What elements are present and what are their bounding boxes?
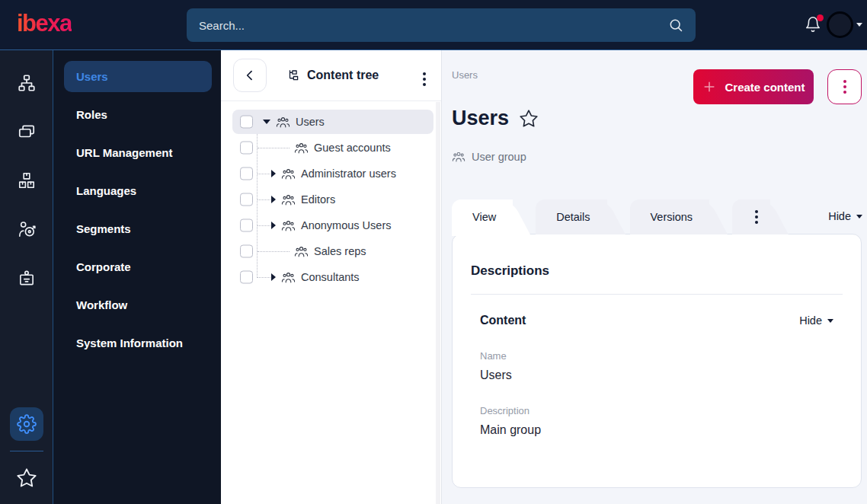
user-avatar[interactable] [827, 11, 853, 38]
tree-branch-line [258, 251, 290, 252]
pages-icon[interactable] [10, 115, 43, 148]
content-type-subtitle: User group [452, 150, 526, 164]
tab-versions[interactable]: Versions [630, 199, 733, 234]
sidebar-item-users[interactable]: Users [64, 61, 212, 92]
field-value-name: Users [480, 368, 833, 382]
search-icon[interactable] [668, 18, 683, 33]
caret-down-icon [827, 319, 833, 323]
ibexa-logo[interactable]: ibexa [17, 10, 72, 37]
tree-item-label[interactable]: Sales reps [314, 245, 366, 257]
user-group-icon [294, 141, 309, 155]
tree-checkbox[interactable] [240, 142, 253, 155]
breadcrumb[interactable]: Users [452, 69, 478, 81]
tree-checkbox[interactable] [240, 116, 253, 129]
sidebar-item-url-management[interactable]: URL Management [64, 137, 212, 168]
admin-settings-gear-icon[interactable] [10, 407, 43, 441]
expand-arrow-icon[interactable] [271, 196, 276, 203]
global-search[interactable] [187, 8, 696, 42]
page-title: Users [452, 107, 509, 130]
sidebar-item-workflow[interactable]: Workflow [64, 289, 212, 321]
content-section: Content Hide Name Users Description Main… [471, 314, 843, 437]
bookmark-star-icon[interactable] [519, 109, 539, 129]
expand-arrow-icon[interactable] [271, 170, 276, 177]
tree-row-sales-reps[interactable]: Sales reps [221, 238, 441, 264]
collapse-tree-button[interactable] [233, 59, 267, 92]
sidebar-item-segments[interactable]: Segments [64, 213, 212, 244]
user-group-icon [276, 115, 290, 129]
expand-arrow-icon[interactable] [271, 222, 276, 229]
sidebar-item-corporate[interactable]: Corporate [64, 251, 212, 282]
hide-panel-toggle[interactable]: Hide [828, 210, 862, 222]
sidebar-item-system-information[interactable]: System Information [64, 327, 212, 359]
tree-row-administrator-users[interactable]: Administrator users [221, 161, 441, 187]
tree-item-label[interactable]: Consultants [301, 271, 360, 283]
tree-row-anonymous-users[interactable]: Anonymous Users [221, 212, 441, 238]
tree-row-consultants[interactable]: Consultants [221, 264, 441, 290]
create-content-button[interactable]: Create content [693, 69, 814, 104]
admin-menu-sidebar: Users Roles URL Management Languages Seg… [53, 50, 221, 504]
tree-item-label[interactable]: Users [296, 116, 325, 128]
field-value-description: Main group [480, 423, 833, 437]
tree-item-label[interactable]: Guest accounts [314, 142, 391, 154]
icon-rail [0, 50, 53, 504]
tree-checkbox[interactable] [240, 219, 253, 232]
tree-scrollbar[interactable] [436, 102, 440, 504]
content-type-label: User group [472, 151, 526, 163]
tree-checkbox[interactable] [240, 245, 253, 258]
tree-item-label[interactable]: Administrator users [301, 167, 396, 180]
sidebar-item-roles[interactable]: Roles [64, 99, 212, 130]
user-menu-caret-icon[interactable] [856, 23, 862, 27]
top-bar: ibexa [0, 0, 867, 50]
content-tree-header: Content tree [221, 50, 441, 101]
tree-row-editors[interactable]: Editors [221, 187, 441, 212]
tree-options-kebab-icon[interactable] [420, 62, 429, 89]
tab-more-kebab-icon[interactable] [732, 199, 793, 234]
tree-branch-line [258, 148, 290, 148]
caret-down-icon [856, 215, 862, 219]
user-group-icon [294, 244, 309, 259]
search-input[interactable] [199, 19, 668, 32]
user-group-icon [281, 167, 296, 181]
tree-item-label[interactable]: Editors [301, 193, 335, 206]
user-group-icon [281, 219, 296, 233]
rail-divider [10, 451, 43, 451]
plus-icon [702, 79, 717, 94]
rail-bottom-group [10, 407, 43, 504]
notifications-bell-icon[interactable] [805, 16, 823, 34]
tree-branch-line [258, 174, 270, 174]
expand-arrow-icon[interactable] [271, 273, 276, 281]
hide-section-toggle[interactable]: Hide [799, 314, 833, 327]
tree-checkbox[interactable] [240, 271, 253, 284]
field-label-description: Description [480, 405, 833, 416]
tree-item-label[interactable]: Anonymous Users [301, 219, 391, 231]
customer-segments-icon[interactable] [10, 212, 43, 246]
user-group-icon [281, 193, 296, 207]
tree-checkbox[interactable] [240, 167, 253, 180]
tree-branch-line [258, 199, 270, 200]
tree-row-guest-accounts[interactable]: Guest accounts [221, 135, 441, 161]
tree-row-users[interactable]: Users [221, 109, 441, 135]
field-label-name: Name [480, 350, 833, 362]
product-catalog-icon[interactable] [10, 164, 43, 197]
user-group-icon [452, 150, 465, 164]
tree-icon [286, 69, 300, 82]
content-tabs: View Details Versions [452, 199, 793, 234]
descriptions-card: Descriptions Content Hide Name Users Des… [452, 234, 862, 488]
bookmarks-star-icon[interactable] [10, 461, 43, 495]
card-divider [471, 294, 843, 295]
collapse-arrow-icon[interactable] [263, 120, 270, 124]
tree-checkbox[interactable] [240, 193, 253, 206]
section-title: Content [480, 314, 526, 327]
content-actions-kebab-button[interactable] [827, 69, 862, 104]
sidebar-item-languages[interactable]: Languages [64, 175, 212, 206]
tree-branch-line [258, 225, 270, 226]
tab-details[interactable]: Details [536, 199, 629, 234]
tree-branch-line [258, 277, 270, 278]
card-heading: Descriptions [471, 263, 843, 279]
tab-view[interactable]: View [452, 199, 536, 234]
main-content: Users Create content Users User group Vi… [443, 50, 867, 504]
content-tree-body: Users Guest accounts Administrator users [221, 101, 441, 290]
user-group-icon [281, 270, 296, 285]
content-structure-icon[interactable] [10, 66, 43, 100]
corporate-badge-icon[interactable] [10, 261, 43, 295]
